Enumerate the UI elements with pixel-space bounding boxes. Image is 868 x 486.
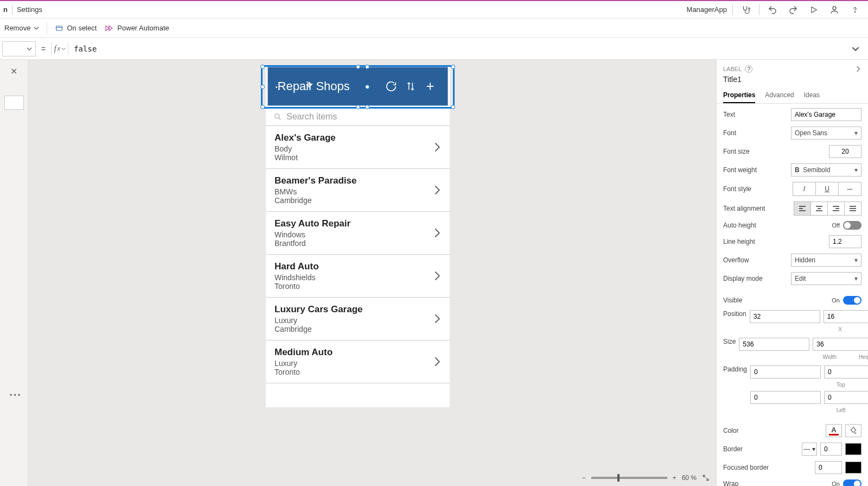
more-icon[interactable]: • • •	[10, 392, 20, 399]
input-focusborder[interactable]	[815, 461, 842, 474]
list-item[interactable]: Luxury Cars Garage Luxury Cambridge	[266, 298, 450, 340]
select-fontweight[interactable]: B Semibold▾	[791, 163, 861, 176]
label-pad-top: Top	[824, 382, 858, 388]
label-align: Text alignment	[723, 205, 790, 212]
item-sub2: Wilmot	[275, 153, 433, 162]
input-text[interactable]	[791, 108, 861, 121]
input-pad-right[interactable]	[824, 391, 868, 404]
fullscreen-icon[interactable]	[702, 474, 710, 482]
input-pad-left[interactable]	[750, 391, 821, 404]
toggle-visible[interactable]	[843, 296, 861, 305]
info-icon[interactable]: ?	[745, 65, 752, 73]
user-icon[interactable]	[827, 2, 842, 17]
fill-color-button[interactable]	[845, 424, 861, 437]
equals-icon: =	[36, 45, 51, 53]
onselect-button[interactable]: On select	[55, 24, 97, 33]
menu-stub: n	[3, 5, 8, 14]
app-header[interactable]: •Repair Shops ✥	[267, 67, 448, 106]
label-displaymode: Display mode	[723, 275, 788, 282]
refresh-icon[interactable]	[381, 80, 401, 92]
input-pos-y[interactable]	[824, 310, 868, 323]
select-displaymode[interactable]: Edit▾	[791, 272, 861, 285]
canvas-area[interactable]: •Repair Shops ✥ Search items	[28, 60, 716, 486]
panel-section-label: LABEL	[723, 66, 742, 72]
autoheight-state: Off	[832, 222, 840, 229]
add-icon[interactable]	[420, 80, 440, 92]
select-overflow[interactable]: Hidden▾	[791, 254, 861, 267]
item-sub1: Luxury	[275, 359, 433, 368]
align-center-button[interactable]	[810, 201, 828, 216]
svg-marker-1	[812, 7, 816, 12]
label-wrap: Wrap	[723, 480, 828, 486]
item-sub1: Body	[275, 144, 433, 153]
help-icon[interactable]	[847, 2, 863, 17]
select-font[interactable]: Open Sans▾	[791, 127, 861, 140]
close-icon[interactable]: ✕	[10, 66, 17, 77]
label-fontstyle: Font style	[723, 185, 789, 193]
powerautomate-button[interactable]: Power Automate	[104, 23, 169, 33]
toggle-wrap[interactable]	[843, 479, 861, 486]
formula-input[interactable]: false	[68, 45, 852, 53]
zoom-slider[interactable]	[591, 477, 667, 479]
svg-point-3	[854, 11, 855, 12]
strike-button[interactable]	[838, 182, 861, 196]
label-pos-y: Y	[860, 326, 868, 332]
align-right-button[interactable]	[827, 201, 845, 216]
redo-icon[interactable]	[786, 2, 801, 17]
label-size-h: Height	[850, 354, 868, 360]
item-sub2: Cambridge	[275, 196, 433, 205]
item-name: Easy Auto Repair	[275, 218, 433, 229]
play-icon[interactable]	[806, 2, 821, 17]
chevron-right-icon	[433, 270, 441, 281]
item-sub1: BMWs	[275, 187, 433, 196]
item-list: Alex's Garage Body Wilmot Beamer's Parad…	[266, 126, 450, 383]
item-sub2: Brantford	[275, 239, 433, 248]
font-color-button[interactable]: A	[826, 424, 842, 437]
zoom-in-icon[interactable]: +	[673, 474, 676, 482]
input-fontsize[interactable]	[829, 145, 861, 158]
sort-icon[interactable]	[401, 81, 420, 92]
tab-ideas[interactable]: Ideas	[804, 88, 820, 103]
item-sub1: Luxury	[275, 316, 433, 325]
stethoscope-icon[interactable]	[738, 2, 754, 17]
list-item[interactable]: Alex's Garage Body Wilmot	[266, 126, 450, 169]
expand-formula-icon[interactable]	[852, 45, 868, 53]
remove-button[interactable]: Remove	[4, 24, 39, 32]
item-sub1: Windows	[275, 230, 433, 239]
property-dropdown[interactable]	[2, 41, 36, 56]
input-border-width[interactable]	[820, 443, 842, 456]
list-item[interactable]: Beamer's Paradise BMWs Cambridge	[266, 169, 450, 212]
label-size-w: Width	[813, 354, 846, 360]
svg-point-2	[833, 7, 836, 10]
phone-preview: •Repair Shops ✥ Search items	[266, 65, 450, 407]
underline-button[interactable]: U	[815, 182, 839, 196]
tab-advanced[interactable]: Advanced	[765, 88, 794, 103]
input-pad-bottom[interactable]	[824, 365, 868, 378]
input-lineheight[interactable]	[829, 235, 861, 248]
input-size-h[interactable]	[813, 338, 868, 351]
settings-menu[interactable]: Settings	[17, 5, 42, 14]
border-color-swatch[interactable]	[845, 443, 861, 455]
input-pos-x[interactable]	[750, 310, 820, 323]
app-header-title: •Repair Shops ✥	[276, 79, 372, 93]
input-size-w[interactable]	[739, 338, 809, 351]
list-item[interactable]: Easy Auto Repair Windows Brantford	[266, 212, 450, 255]
item-name: Beamer's Paradise	[275, 175, 433, 186]
collapse-panel-icon[interactable]	[855, 66, 861, 72]
list-item[interactable]: Medium Auto Luxury Toronto	[266, 340, 450, 383]
app-search-row[interactable]: Search items	[266, 108, 450, 126]
tree-search-input[interactable]	[4, 96, 24, 110]
toggle-autoheight[interactable]	[843, 221, 861, 230]
app-name: ManagerApp	[687, 5, 727, 14]
fx-icon[interactable]: fx	[52, 45, 68, 53]
zoom-out-icon[interactable]: −	[582, 474, 586, 482]
align-left-button[interactable]	[794, 201, 811, 216]
undo-icon[interactable]	[765, 2, 780, 17]
input-pad-top[interactable]	[750, 365, 821, 378]
list-item[interactable]: Hard Auto Windshields Toronto	[266, 255, 450, 298]
align-justify-button[interactable]	[844, 201, 861, 216]
italic-button[interactable]: I	[793, 182, 816, 196]
border-style-dropdown[interactable]: — ▾	[802, 443, 817, 456]
focusborder-color-swatch[interactable]	[845, 462, 861, 474]
tab-properties[interactable]: Properties	[723, 88, 755, 103]
